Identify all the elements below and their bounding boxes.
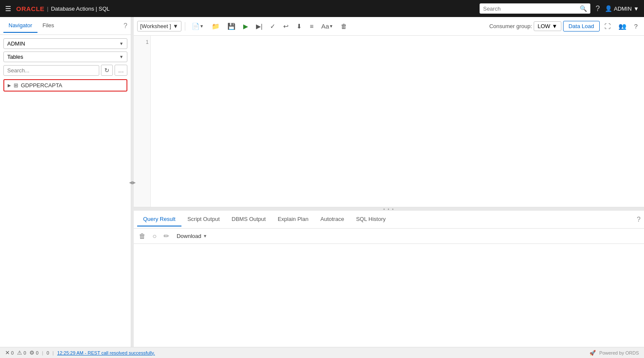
rollback-button[interactable]: ↩ [280, 20, 292, 32]
delete-sql-button[interactable]: 🗑 [338, 20, 350, 32]
format-aa-icon: Aa [321, 23, 329, 30]
gear-icon: ⚙ [29, 349, 34, 356]
consumer-group-chevron-icon: ▼ [552, 23, 558, 29]
results-delete-button[interactable]: 🗑 [137, 232, 147, 241]
download-chevron-icon: ▼ [203, 234, 207, 238]
format-aa-button[interactable]: Aa ▼ [318, 20, 336, 32]
warning-status: ⚠ 0 [17, 349, 26, 356]
toolbar-separator-1 [185, 22, 185, 31]
tab-files[interactable]: Files [37, 19, 59, 33]
search-input[interactable] [483, 6, 577, 12]
warn-icon: ⚠ [17, 349, 22, 356]
tab-navigator[interactable]: Navigator [3, 19, 37, 33]
commit-icon: ✓ [270, 23, 276, 30]
rollback-icon: ↩ [283, 23, 289, 30]
right-panel: [Worksheet ] ▼ 📄 ▼ 📁 💾 ▶ ▶| ✓ [134, 17, 644, 347]
left-panel: Navigator Files ? ADMIN ▼ Tables ▼ ↻ … [0, 17, 131, 347]
schema-chevron-icon: ▼ [119, 41, 124, 46]
oracle-wordmark: ORACLE [16, 5, 44, 12]
sql-editor: 1 [134, 36, 644, 207]
toolbar-help-button[interactable]: ? [631, 20, 641, 32]
editor-toolbar: [Worksheet ] ▼ 📄 ▼ 📁 💾 ▶ ▶| ✓ [134, 17, 644, 36]
app-name: Database Actions | SQL [51, 6, 110, 12]
run-script-button[interactable]: ▶| [253, 20, 266, 32]
rocket-icon: 🚀 [589, 350, 596, 356]
warning-count: 0 [23, 350, 26, 355]
consumer-group-value: LOW [538, 23, 550, 29]
object-type-chevron-icon: ▼ [119, 54, 124, 59]
status-message[interactable]: 12:25:29 AM - REST call resolved success… [57, 350, 155, 355]
worksheet-selector[interactable]: [Worksheet ] ▼ [137, 21, 181, 32]
expand-editor-button[interactable]: ⛶ [601, 20, 614, 32]
refresh-button[interactable]: ↻ [101, 65, 113, 76]
open-file-icon: 📁 [212, 23, 220, 30]
tab-query-result[interactable]: Query Result [137, 212, 181, 226]
share-icon: 👥 [618, 23, 627, 30]
commit-button[interactable]: ✓ [267, 20, 279, 32]
status-separator: | [52, 350, 54, 355]
gear-status: ⚙ 0 [29, 349, 38, 356]
tab-autotrace[interactable]: Autotrace [314, 212, 350, 226]
results-edit-button[interactable]: ✏ [162, 231, 171, 241]
powered-by-ords[interactable]: Powered by ORDS [599, 350, 639, 355]
consumer-group-select[interactable]: LOW ▼ [534, 21, 561, 31]
expand-icon: ⛶ [604, 23, 611, 30]
left-panel-help-icon[interactable]: ? [124, 22, 127, 30]
save-file-icon: 💾 [227, 23, 236, 30]
vertical-resize-handle[interactable]: ◀▶ [131, 17, 134, 347]
data-load-button[interactable]: Data Load [563, 21, 600, 32]
schema-select[interactable]: ADMIN ▼ [3, 38, 127, 49]
run-icon: ▶ [243, 23, 248, 30]
info-count: 0 [46, 350, 49, 355]
download-results-button[interactable]: Download ▼ [174, 232, 210, 240]
object-search-input[interactable] [3, 65, 99, 76]
sql-editor-content[interactable] [151, 36, 644, 207]
format-aa-chevron-icon: ▼ [329, 24, 334, 29]
tree-item-expand-icon: ▶ [8, 83, 11, 88]
more-options-button[interactable]: … [115, 65, 127, 76]
error-status: ✕ 0 [5, 349, 14, 356]
tab-explain-plan[interactable]: Explain Plan [272, 212, 314, 226]
results-help-icon[interactable]: ? [637, 216, 641, 223]
topbar-right: ? 👤 ADMIN ▼ [595, 4, 639, 13]
tab-script-output[interactable]: Script Output [181, 212, 226, 226]
share-button[interactable]: 👥 [615, 20, 630, 32]
object-type-select[interactable]: Tables ▼ [3, 52, 127, 62]
help-icon[interactable]: ? [595, 4, 600, 13]
run-statement-button[interactable]: ▶ [240, 20, 251, 32]
oracle-logo: ORACLE | Database Actions | SQL [16, 5, 110, 12]
results-tabs: Query Result Script Output DBMS Output E… [134, 211, 644, 229]
resize-arrow-icon: ◀▶ [129, 180, 136, 184]
object-search-row: ↻ … [3, 65, 127, 76]
tab-sql-history[interactable]: SQL History [350, 212, 392, 226]
tree-item-gdppercapta[interactable]: ▶ ⊞ GDPPERCAPTA [3, 79, 127, 92]
horizontal-resize-handle[interactable]: • • • [134, 207, 644, 211]
format-icon: ≡ [310, 23, 313, 30]
toolbar-help-icon: ? [634, 23, 638, 30]
error-count: 0 [11, 350, 14, 355]
results-circle-button[interactable]: ○ [151, 232, 158, 241]
close-icon: ✕ [5, 349, 10, 356]
tab-dbms-output[interactable]: DBMS Output [226, 212, 272, 226]
new-file-chevron-icon: ▼ [200, 24, 204, 29]
new-file-button[interactable]: 📄 ▼ [189, 20, 207, 32]
worksheet-chevron-icon: ▼ [173, 23, 178, 29]
format-button[interactable]: ≡ [307, 20, 316, 32]
table-icon: ⊞ [14, 82, 18, 89]
search-icon: 🔍 [580, 5, 587, 12]
line-number-1: 1 [135, 39, 149, 45]
download-icon: ⬇ [296, 23, 302, 30]
menu-icon[interactable]: ☰ [5, 5, 11, 13]
user-menu[interactable]: 👤 ADMIN ▼ [605, 5, 639, 12]
topbar: ☰ ORACLE | Database Actions | SQL 🔍 ? 👤 … [0, 0, 644, 17]
user-name: ADMIN [614, 6, 632, 12]
results-content [134, 244, 644, 347]
save-file-button[interactable]: 💾 [224, 20, 239, 32]
schema-value: ADMIN [7, 40, 25, 47]
consumer-group-label: Consumer group: [489, 23, 532, 29]
download-sql-button[interactable]: ⬇ [293, 20, 305, 32]
open-file-button[interactable]: 📁 [209, 20, 223, 32]
statusbar: ✕ 0 ⚠ 0 ⚙ 0 | 0 | 12:25:29 AM - REST cal… [0, 347, 644, 358]
status-pipe: | [42, 350, 43, 355]
new-file-icon: 📄 [192, 23, 200, 30]
